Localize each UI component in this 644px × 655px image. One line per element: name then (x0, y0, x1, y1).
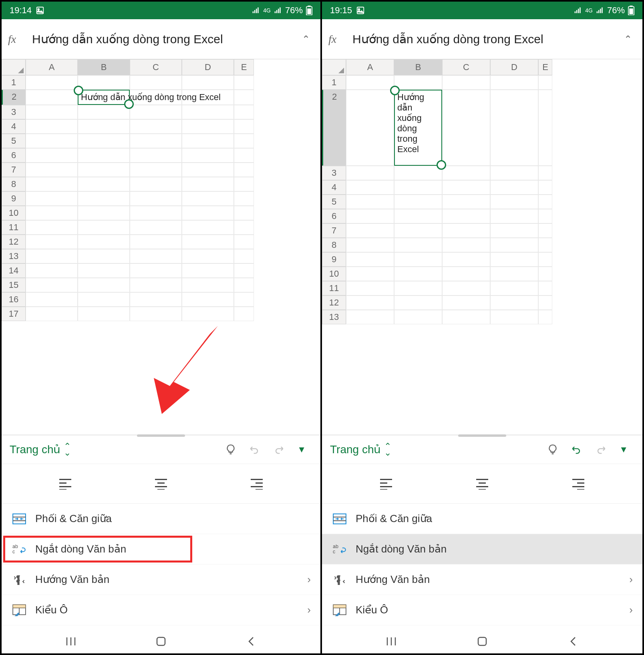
formula-bar[interactable]: fx Hướng dẫn xuống dòng trong Excel ⌃ (322, 19, 642, 59)
nav-recents[interactable] (379, 635, 403, 647)
col-header-D[interactable]: D (490, 59, 538, 75)
cell-E2[interactable] (234, 90, 254, 105)
row-header-10[interactable]: 10 (2, 206, 26, 220)
lightbulb-icon[interactable] (547, 444, 558, 455)
redo-icon[interactable] (595, 444, 606, 455)
align-left-button[interactable] (53, 474, 77, 494)
merge-center-button[interactable]: Phối & Căn giữa (2, 504, 320, 534)
row-header-15[interactable]: 15 (2, 278, 26, 292)
cell-C1[interactable] (442, 75, 490, 90)
cell-B2[interactable]: Hướng dẫn xuống dòng trong Excel (78, 90, 130, 105)
dropdown-icon[interactable]: ▼ (619, 444, 628, 455)
align-right-button[interactable] (566, 474, 590, 494)
row-header-1[interactable]: 1 (2, 75, 26, 90)
redo-icon[interactable] (273, 444, 284, 455)
row-header-6[interactable]: 6 (322, 209, 346, 223)
selection-handle-br[interactable] (124, 99, 134, 109)
col-header-E[interactable]: E (538, 59, 552, 75)
selection-handle-br[interactable] (437, 160, 446, 170)
cell-A2[interactable] (346, 90, 394, 166)
cell-C2[interactable] (442, 90, 490, 166)
text-direction-button[interactable]: ¶¶ Hướng Văn bản › (322, 565, 642, 595)
text-direction-button[interactable]: ¶¶ Hướng Văn bản › (2, 565, 320, 595)
undo-icon[interactable] (571, 444, 582, 455)
row-header-2[interactable]: 2 (2, 90, 26, 105)
nav-home[interactable] (149, 635, 173, 647)
merge-center-button[interactable]: Phối & Căn giữa (322, 504, 642, 534)
row-header-13[interactable]: 13 (2, 249, 26, 263)
row-header-11[interactable]: 11 (322, 281, 346, 295)
row-header-5[interactable]: 5 (2, 134, 26, 148)
cell-style-button[interactable]: Kiểu Ô › (322, 595, 642, 625)
align-center-button[interactable] (149, 474, 173, 494)
dropdown-icon[interactable]: ▼ (297, 444, 306, 455)
align-center-button[interactable] (470, 474, 494, 494)
row-header-6[interactable]: 6 (2, 148, 26, 163)
cell-E1[interactable] (234, 75, 254, 90)
col-header-D[interactable]: D (182, 59, 234, 75)
row-header-14[interactable]: 14 (2, 263, 26, 278)
row-header-1[interactable]: 1 (322, 75, 346, 90)
row-header-5[interactable]: 5 (322, 195, 346, 209)
lightbulb-icon[interactable] (225, 444, 236, 455)
wrap-text-button[interactable]: abc Ngắt dòng Văn bản (2, 534, 320, 565)
cell-B1[interactable] (78, 75, 130, 90)
undo-icon[interactable] (249, 444, 260, 455)
row-header-4[interactable]: 4 (322, 180, 346, 195)
cell-E2[interactable] (538, 90, 552, 166)
cell-D1[interactable] (182, 75, 234, 90)
cell-A2[interactable] (26, 90, 78, 105)
col-header-A[interactable]: A (346, 59, 394, 75)
select-all-corner[interactable] (322, 59, 346, 75)
formula-bar[interactable]: fx Hướng dẫn xuống dòng trong Excel ⌃ (2, 19, 320, 59)
selection-handle-tl[interactable] (390, 86, 400, 95)
row-header-9[interactable]: 9 (322, 252, 346, 267)
cell-B2[interactable]: Hướng dẫn xuống dòng trong Excel (394, 90, 442, 166)
spreadsheet-grid[interactable]: A B C D E 1 2 Hướng dẫn xuống dòng trong… (322, 59, 642, 435)
row-header-4[interactable]: 4 (2, 119, 26, 134)
row-header-8[interactable]: 8 (322, 238, 346, 252)
row-header-12[interactable]: 12 (2, 235, 26, 249)
cell-A1[interactable] (26, 75, 78, 90)
nav-back[interactable] (239, 635, 263, 647)
tab-home[interactable]: Trang chủ ⌃⌄ (330, 443, 391, 456)
cell-E1[interactable] (538, 75, 552, 90)
align-left-button[interactable] (374, 474, 398, 494)
cell-style-button[interactable]: Kiểu Ô › (2, 595, 320, 625)
col-header-C[interactable]: C (442, 59, 490, 75)
row-header-11[interactable]: 11 (2, 220, 26, 235)
row-header-8[interactable]: 8 (2, 177, 26, 191)
chevron-up-icon[interactable]: ⌃ (298, 34, 314, 45)
cell-C1[interactable] (130, 75, 182, 90)
col-header-A[interactable]: A (26, 59, 78, 75)
nav-back[interactable] (561, 635, 585, 647)
chevron-up-icon[interactable]: ⌃ (620, 34, 636, 45)
row-header-12[interactable]: 12 (322, 295, 346, 310)
row-header-9[interactable]: 9 (2, 191, 26, 206)
row-header-2[interactable]: 2 (322, 90, 346, 166)
row-header-7[interactable]: 7 (2, 163, 26, 177)
cell-B1[interactable] (394, 75, 442, 90)
selection-handle-tl[interactable] (74, 86, 83, 95)
row-header-16[interactable]: 16 (2, 292, 26, 307)
cell-D1[interactable] (490, 75, 538, 90)
col-header-C[interactable]: C (130, 59, 182, 75)
wrap-text-button[interactable]: abc Ngắt dòng Văn bản (322, 534, 642, 565)
spreadsheet-grid[interactable]: A B C D E 1 2 Hướng dẫn xuống dòng trong… (2, 59, 320, 435)
cell-D2[interactable] (490, 90, 538, 166)
row-header-3[interactable]: 3 (322, 166, 346, 180)
cell-A1[interactable] (346, 75, 394, 90)
row-header-3[interactable]: 3 (2, 105, 26, 119)
nav-home[interactable] (470, 635, 494, 647)
row-header-7[interactable]: 7 (322, 223, 346, 238)
row-header-13[interactable]: 13 (322, 310, 346, 324)
select-all-corner[interactable] (2, 59, 26, 75)
row-header-17[interactable]: 17 (2, 307, 26, 321)
col-header-E[interactable]: E (234, 59, 254, 75)
col-header-B[interactable]: B (78, 59, 130, 75)
tab-home[interactable]: Trang chủ ⌃⌄ (10, 443, 71, 456)
align-right-button[interactable] (245, 474, 269, 494)
nav-recents[interactable] (59, 635, 83, 647)
row-header-10[interactable]: 10 (322, 267, 346, 281)
col-header-B[interactable]: B (394, 59, 442, 75)
